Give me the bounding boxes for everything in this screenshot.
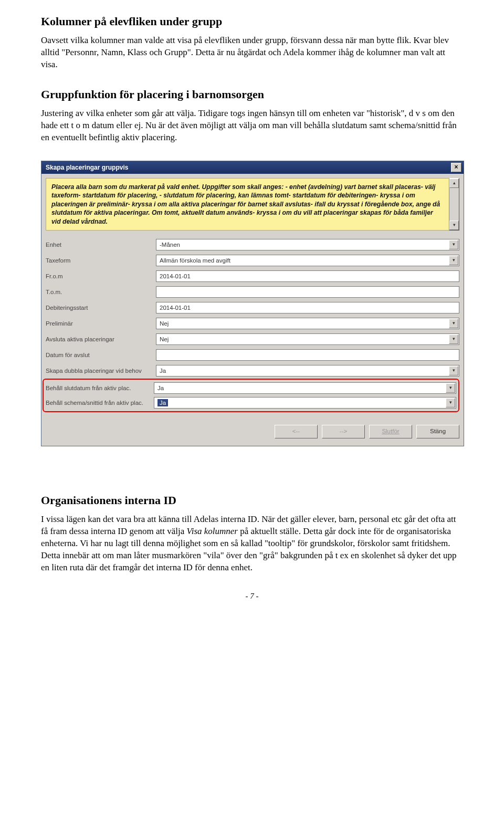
label-preliminar: Preliminär (46, 320, 156, 327)
dropdown-taxeform[interactable]: Allmän förskola med avgift▾ (156, 255, 459, 266)
dialog-button-row: <-- --> Slutför Stäng (41, 417, 464, 446)
row-behallslut: Behåll slutdatum från aktiv plac. Ja▾ (46, 381, 456, 395)
row-from: Fr.o.m 2014-01-01 (46, 268, 459, 284)
chevron-down-icon: ▾ (449, 256, 458, 265)
close-button[interactable]: Stäng (416, 425, 459, 438)
label-debstart: Debiteringsstart (46, 305, 156, 311)
row-avslutdatum: Datum för avslut (46, 347, 459, 363)
dialog-info-panel: Placera alla barn som du markerat på val… (46, 178, 459, 231)
dropdown-avsluta[interactable]: Nej▾ (156, 333, 459, 345)
dropdown-preliminar[interactable]: Nej▾ (156, 318, 459, 329)
section1-para: Oavsett vilka kolumner man valde att vis… (41, 35, 463, 71)
scrollbar[interactable]: ▴ ▾ (449, 178, 459, 231)
finish-button[interactable]: Slutför (369, 425, 412, 438)
chevron-down-icon: ▾ (446, 398, 455, 407)
chevron-down-icon: ▾ (446, 383, 455, 393)
next-button[interactable]: --> (322, 425, 365, 438)
section1-title: Kolumner på elevfliken under grupp (41, 15, 463, 28)
row-debstart: Debiteringsstart 2014-01-01 (46, 300, 459, 316)
scroll-down-icon[interactable]: ▾ (449, 221, 459, 230)
row-dubbla: Skapa dubbla placeringar vid behov Ja▾ (46, 363, 459, 379)
highlight-box: Behåll slutdatum från aktiv plac. Ja▾ Be… (43, 379, 459, 412)
section3-para: I vissa lägen kan det vara bra att känna… (41, 514, 463, 574)
label-tom: T.o.m. (46, 289, 156, 295)
dropdown-dubbla[interactable]: Ja▾ (156, 365, 459, 377)
row-avsluta: Avsluta aktiva placeringar Nej▾ (46, 331, 459, 347)
row-enhet: Enhet -Månen▾ (46, 237, 459, 253)
input-tom[interactable] (156, 286, 459, 298)
create-placements-dialog: Skapa placeringar gruppvis × Placera all… (41, 161, 464, 446)
input-from[interactable]: 2014-01-01 (156, 270, 459, 282)
label-behallschema: Behåll schema/snittid från aktiv plac. (46, 400, 154, 406)
chevron-down-icon: ▾ (449, 334, 458, 344)
input-avslutdatum[interactable] (156, 349, 459, 361)
row-preliminar: Preliminär Nej▾ (46, 316, 459, 331)
back-button[interactable]: <-- (275, 425, 318, 438)
close-icon[interactable]: × (451, 163, 461, 172)
page-footer: - 7 - (41, 592, 463, 601)
input-debstart[interactable]: 2014-01-01 (156, 302, 459, 313)
dropdown-behallslut[interactable]: Ja▾ (154, 382, 456, 394)
label-enhet: Enhet (46, 242, 156, 248)
row-taxeform: Taxeform Allmän förskola med avgift▾ (46, 253, 459, 268)
label-behallslut: Behåll slutdatum från aktiv plac. (46, 385, 154, 391)
section2-para: Justering av vilka enheter som går att v… (41, 108, 463, 144)
section3-title: Organisationens interna ID (41, 494, 463, 507)
label-avslutdatum: Datum för avslut (46, 352, 156, 358)
label-taxeform: Taxeform (46, 257, 156, 264)
chevron-down-icon: ▾ (449, 319, 458, 328)
row-tom: T.o.m. (46, 284, 459, 300)
dialog-titlebar: Skapa placeringar gruppvis × (41, 161, 464, 174)
section2-title: Gruppfunktion för placering i barnomsorg… (41, 88, 463, 101)
row-behallschema: Behåll schema/snittid från aktiv plac. J… (46, 395, 456, 410)
label-from: Fr.o.m (46, 273, 156, 279)
dialog-info-text: Placera alla barn som du markerat på val… (46, 178, 449, 231)
label-avsluta: Avsluta aktiva placeringar (46, 336, 156, 342)
chevron-down-icon: ▾ (449, 240, 458, 249)
scroll-up-icon[interactable]: ▴ (449, 179, 459, 188)
label-dubbla: Skapa dubbla placeringar vid behov (46, 368, 156, 374)
dialog-title: Skapa placeringar gruppvis (46, 164, 128, 171)
dropdown-enhet[interactable]: -Månen▾ (156, 239, 459, 250)
dropdown-behallschema[interactable]: Ja▾ (154, 397, 456, 409)
chevron-down-icon: ▾ (449, 366, 458, 375)
